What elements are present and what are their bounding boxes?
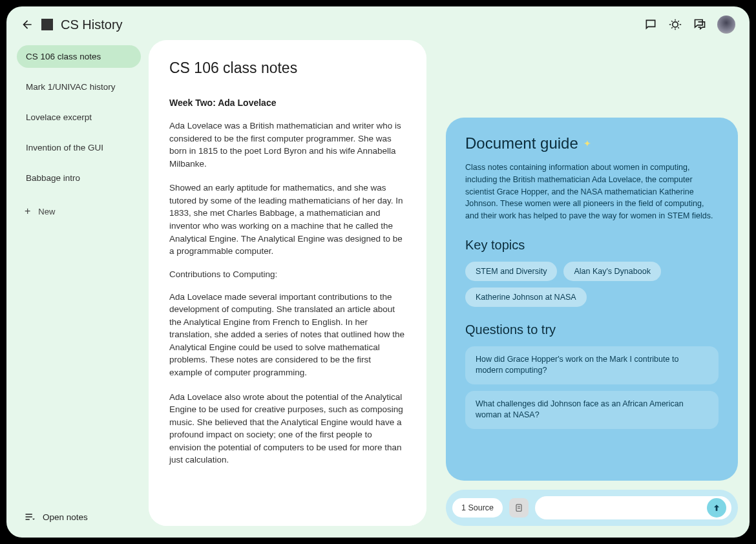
debug-button[interactable]: [668, 17, 682, 32]
guide-panel: Document guide ✦ Class notes containing …: [446, 40, 738, 526]
sidebar: CS 106 class notes Mark 1/UNIVAC history…: [6, 40, 149, 538]
new-label: New: [38, 207, 55, 216]
topbar: CS History: [6, 6, 750, 40]
document-icon: [41, 19, 53, 30]
suggested-question[interactable]: How did Grace Hopper's work on the Mark …: [465, 346, 719, 384]
document-paragraph: Ada Lovelace was a British mathematician…: [169, 120, 406, 170]
topic-chip[interactable]: Alan Kay's Dynabook: [563, 262, 660, 281]
bug-icon: [669, 18, 682, 31]
guide-card: Document guide ✦ Class notes containing …: [446, 118, 738, 481]
document-panel: CS 106 class notes Week Two: Ada Lovelac…: [149, 40, 426, 526]
document-paragraph: Showed an early aptitude for mathematics…: [169, 182, 406, 257]
chat-bubble-icon: [644, 18, 657, 31]
sparkle-icon: ✦: [583, 138, 591, 149]
chat-icon: [693, 18, 706, 31]
open-notes-label: Open notes: [43, 512, 88, 522]
user-avatar[interactable]: [717, 16, 735, 34]
arrow-left-icon: [21, 18, 34, 31]
main: CS 106 class notes Mark 1/UNIVAC history…: [6, 40, 750, 538]
suggested-question[interactable]: What challenges did Johnson face as an A…: [465, 391, 719, 429]
arrow-up-icon: [711, 503, 722, 513]
app-title: CS History: [61, 17, 123, 32]
sidebar-item-babbage[interactable]: Babbage intro: [17, 167, 141, 189]
source-pill[interactable]: 1 Source: [452, 498, 503, 518]
fade-overlay: [149, 474, 426, 526]
content-area: CS 106 class notes Week Two: Ada Lovelac…: [149, 40, 750, 538]
guide-title: Document guide ✦: [465, 134, 719, 152]
document-paragraph: Ada Lovelace made several important cont…: [169, 291, 406, 379]
plus-icon: +: [25, 206, 30, 216]
notes-icon: [25, 512, 35, 522]
new-note-button[interactable]: + New: [17, 201, 141, 222]
topic-chip[interactable]: Katherine Johnson at NASA: [465, 288, 587, 307]
document-section-heading: Week Two: Ada Lovelace: [169, 98, 406, 108]
sidebar-item-mark1[interactable]: Mark 1/UNIVAC history: [17, 76, 141, 98]
svg-rect-1: [516, 505, 521, 512]
questions-list: How did Grace Hopper's work on the Mark …: [465, 346, 719, 429]
key-topics-heading: Key topics: [465, 238, 719, 253]
source-settings-button[interactable]: [509, 498, 529, 518]
sidebar-item-gui[interactable]: Invention of the GUI: [17, 136, 141, 159]
chat-button[interactable]: [693, 17, 707, 32]
chat-input-wrap: [535, 496, 731, 519]
topic-chip[interactable]: STEM and Diversity: [465, 262, 557, 281]
sidebar-item-lovelace[interactable]: Lovelace excerpt: [17, 106, 141, 129]
guide-title-text: Document guide: [465, 134, 578, 152]
document-title: CS 106 class notes: [169, 59, 406, 77]
chat-input-row: 1 Source: [446, 490, 738, 526]
sidebar-list: CS 106 class notes Mark 1/UNIVAC history…: [17, 45, 141, 196]
sidebar-item-cs106[interactable]: CS 106 class notes: [17, 45, 141, 68]
chat-input[interactable]: [544, 503, 707, 513]
document-paragraph: Ada Lovelace also wrote about the potent…: [169, 391, 406, 466]
document-settings-icon: [514, 503, 524, 513]
document-subheading: Contributions to Computing:: [169, 269, 406, 279]
feedback-button[interactable]: [644, 17, 658, 32]
questions-heading: Questions to try: [465, 322, 719, 337]
send-button[interactable]: [707, 498, 726, 518]
open-notes-button[interactable]: Open notes: [17, 507, 141, 527]
svg-point-0: [673, 22, 678, 27]
app-window: CS History CS 106 class notes Mark 1/UNI…: [6, 6, 750, 538]
guide-description: Class notes containing information about…: [465, 162, 719, 222]
key-topics-chips: STEM and Diversity Alan Kay's Dynabook K…: [465, 262, 719, 307]
back-button[interactable]: [21, 18, 34, 31]
